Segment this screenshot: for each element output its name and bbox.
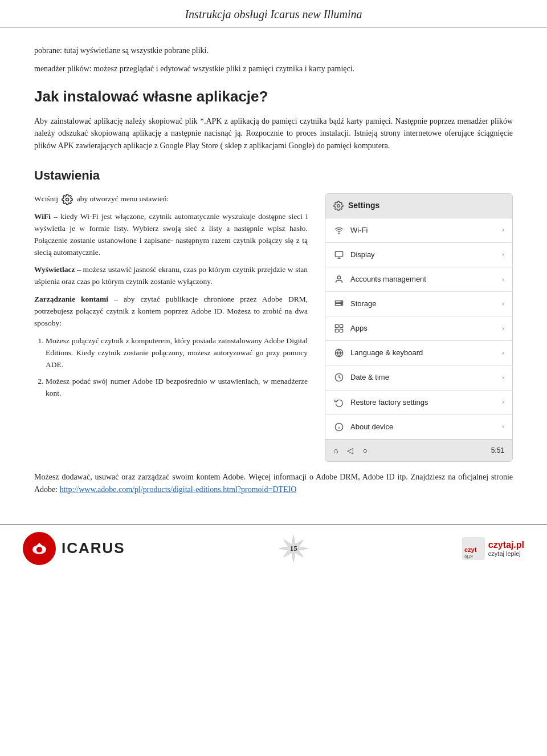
wifi-dash: – bbox=[54, 212, 60, 221]
settings-panel: Settings Wi-Fi bbox=[325, 193, 513, 462]
accounts-dash: – bbox=[114, 295, 124, 303]
intro-para-2: menadżer plików: możesz przeglądać i edy… bbox=[34, 63, 513, 75]
settings-title: Settings bbox=[348, 200, 379, 212]
closing-para: Możesz dodawać, usuwać oraz zarządzać sw… bbox=[34, 471, 513, 495]
wifi-term: WiFi bbox=[34, 212, 51, 221]
main-content: pobrane: tutaj wyświetlane są wszystkie … bbox=[0, 27, 547, 513]
settings-panel-header: Settings bbox=[325, 194, 512, 218]
about-label: About device bbox=[350, 421, 393, 433]
settings-intro-text2: aby otworzyć menu ustawień: bbox=[77, 194, 169, 203]
home-icon[interactable]: ⌂ bbox=[333, 445, 338, 457]
settings-item-accounts[interactable]: Accounts management › bbox=[325, 267, 512, 292]
svg-text:aj.pl: aj.pl bbox=[464, 554, 473, 559]
svg-text:czyt: czyt bbox=[464, 546, 477, 553]
datetime-icon bbox=[333, 372, 345, 383]
settings-intro-text: Wciśnij bbox=[34, 194, 58, 203]
page-header: Instrukcja obsługi Icarus new Illumina bbox=[0, 0, 547, 27]
settings-item-storage[interactable]: Storage › bbox=[325, 292, 512, 316]
menu-icon[interactable]: ○ bbox=[362, 445, 367, 457]
svg-rect-12 bbox=[340, 329, 342, 332]
display-icon bbox=[333, 249, 345, 261]
svg-rect-3 bbox=[335, 251, 342, 257]
heading-settings: Ustawienia bbox=[34, 166, 513, 185]
adobe-link[interactable]: http://www.adobe.com/pl/products/digital… bbox=[60, 485, 297, 494]
czytaj-slogan: czytaj lepiej bbox=[488, 550, 524, 557]
display-entry: Wyświetlacz – możesz ustawić jasność ekr… bbox=[34, 264, 308, 288]
svg-point-7 bbox=[341, 302, 341, 302]
back-icon[interactable]: ◁ bbox=[347, 445, 353, 457]
footer-left: ICARUS bbox=[23, 532, 125, 565]
footer-right: czyt aj.pl czytaj.pl czytaj lepiej bbox=[462, 537, 524, 560]
settings-item-wifi[interactable]: Wi-Fi › bbox=[325, 218, 512, 243]
accounts-term: Zarządzanie kontami bbox=[34, 295, 108, 303]
display-desc: możesz ustawić jasność ekranu, czas po k… bbox=[34, 265, 308, 286]
svg-rect-9 bbox=[335, 324, 338, 327]
display-label: Display bbox=[350, 249, 375, 261]
svg-point-0 bbox=[66, 198, 69, 201]
settings-item-about[interactable]: About device › bbox=[325, 415, 512, 440]
settings-item-restore[interactable]: Restore factory settings › bbox=[325, 391, 512, 415]
apps-label: Apps bbox=[350, 323, 368, 334]
svg-rect-11 bbox=[335, 329, 338, 332]
header-title: Instrukcja obsługi Icarus new Illumina bbox=[185, 8, 362, 21]
settings-item-language[interactable]: Language & keyboard › bbox=[325, 341, 512, 365]
datetime-label: Date & time bbox=[350, 372, 389, 383]
language-icon bbox=[333, 347, 345, 359]
install-para: Aby zainstalować aplikację należy skopio… bbox=[34, 115, 513, 152]
display-term: Wyświetlacz bbox=[34, 265, 75, 274]
wifi-desc: kiedy Wi-Fi jest włączone, czytnik autom… bbox=[34, 212, 308, 257]
settings-gear-icon bbox=[333, 201, 344, 211]
language-chevron-icon: › bbox=[502, 348, 504, 359]
wifi-label: Wi-Fi bbox=[350, 225, 368, 236]
wifi-icon bbox=[333, 225, 345, 236]
about-icon bbox=[333, 421, 345, 433]
restore-icon bbox=[333, 397, 345, 408]
footer-brand-name: ICARUS bbox=[62, 539, 125, 557]
display-dash: – bbox=[77, 265, 83, 274]
intro-para-1: pobrane: tutaj wyświetlane są wszystkie … bbox=[34, 44, 513, 57]
settings-item-datetime[interactable]: Date & time › bbox=[325, 365, 512, 390]
footer: ICARUS 15 czyt aj.pl czytaj.pl czytaj le… bbox=[0, 525, 547, 572]
device-nav-bar: ⌂ ◁ ○ 5:51 bbox=[325, 440, 512, 462]
apps-icon bbox=[333, 323, 345, 334]
apps-chevron-icon: › bbox=[502, 323, 504, 334]
datetime-chevron-icon: › bbox=[502, 372, 504, 383]
svg-point-4 bbox=[337, 276, 340, 279]
accounts-chevron-icon: › bbox=[502, 274, 504, 285]
settings-intro-line: Wciśnij aby otworzyć menu ustawień: bbox=[34, 193, 308, 205]
left-col: Wciśnij aby otworzyć menu ustawień: WiFi… bbox=[34, 193, 308, 462]
icarus-bird-icon bbox=[29, 538, 50, 559]
list-item-1: Możesz połączyć czytnik z komputerem, kt… bbox=[46, 335, 308, 371]
display-chevron-icon: › bbox=[502, 249, 504, 260]
storage-icon bbox=[333, 298, 345, 310]
two-col-layout: Wciśnij aby otworzyć menu ustawień: WiFi… bbox=[34, 193, 513, 462]
icarus-logo-circle bbox=[23, 532, 56, 565]
svg-point-2 bbox=[338, 233, 339, 233]
svg-point-8 bbox=[341, 304, 341, 304]
numbered-list: Możesz połączyć czytnik z komputerem, kt… bbox=[34, 335, 308, 400]
czytaj-brand: czytaj.pl bbox=[488, 540, 524, 550]
wifi-entry: WiFi – kiedy Wi-Fi jest włączone, czytni… bbox=[34, 211, 308, 259]
right-col: Settings Wi-Fi bbox=[325, 193, 513, 462]
accounts-label: Accounts management bbox=[350, 274, 426, 285]
device-time: 5:51 bbox=[491, 445, 504, 456]
account-icon bbox=[333, 274, 345, 285]
language-label: Language & keyboard bbox=[350, 347, 423, 359]
settings-item-apps[interactable]: Apps › bbox=[325, 316, 512, 341]
gear-icon bbox=[62, 194, 73, 205]
settings-item-display[interactable]: Display › bbox=[325, 243, 512, 267]
svg-rect-10 bbox=[340, 324, 342, 327]
czytaj-logo-icon: czyt aj.pl bbox=[462, 537, 485, 560]
wifi-chevron-icon: › bbox=[502, 225, 504, 235]
heading-install: Jak instalować własne aplikacje? bbox=[34, 85, 513, 108]
restore-label: Restore factory settings bbox=[350, 397, 428, 408]
accounts-entry: Zarządzanie kontami – aby czytać publika… bbox=[34, 294, 308, 330]
restore-chevron-icon: › bbox=[502, 397, 504, 408]
list-item-2: Możesz podać swój numer Adobe ID bezpośr… bbox=[46, 376, 308, 400]
svg-point-1 bbox=[337, 204, 340, 207]
svg-point-20 bbox=[36, 547, 42, 552]
storage-label: Storage bbox=[350, 298, 377, 310]
storage-chevron-icon: › bbox=[502, 299, 504, 310]
page-number: 15 bbox=[290, 544, 297, 553]
page-number-area: 15 bbox=[279, 534, 308, 563]
